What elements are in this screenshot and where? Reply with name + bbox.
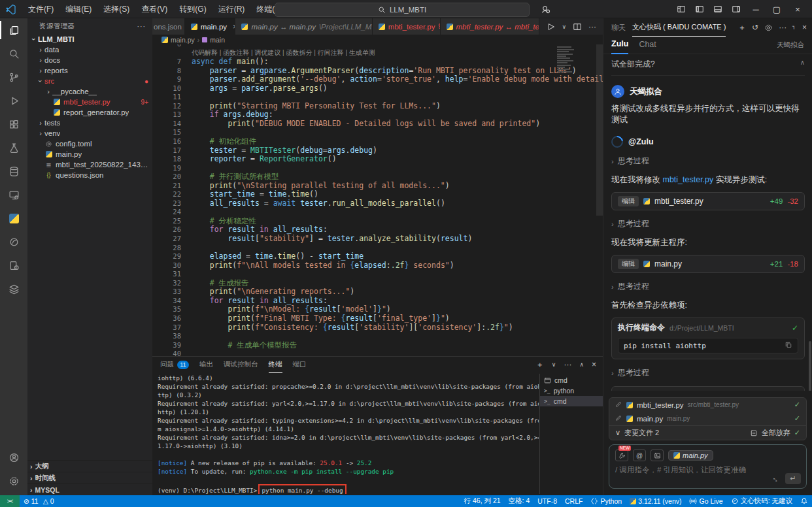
activity-search[interactable] [0,42,27,65]
assistant-icon[interactable] [537,2,553,16]
code-line[interactable]: 40 [152,350,603,356]
status-3-12-11--venv-[interactable]: 3.12.11 (venv) [626,497,685,505]
more-icon[interactable]: ··· [564,360,571,369]
code-line[interactable]: 29 elapsed = time.time() - start_time [152,252,603,261]
panel-tab-输出[interactable]: 输出 [199,357,213,372]
code-line[interactable]: 19 [152,164,603,173]
copy-icon[interactable] [785,341,792,351]
code-line[interactable]: 33 print("\nGenerating reports...") [152,287,603,297]
editor-scrollbar[interactable] [596,44,603,216]
mention-icon[interactable]: @ [633,450,646,461]
terminal-command-card[interactable]: 执行终端命令d:/Project/LLM_MBTI已跳过python main.… [611,386,805,391]
tab-comate-view[interactable]: 文心快码 ( BAIDU COMATE ) [632,18,726,37]
tree-item-tests[interactable]: ›tests [27,118,152,128]
code-line[interactable]: 9 parser.add_argument('--debug', action=… [152,75,603,84]
activity-source-control[interactable] [0,65,27,89]
code-line[interactable]: 18 reporter = ReportGenerator() [152,155,603,164]
code-editor[interactable]: 6代码解释 | 函数注释 | 调优建议 | 函数拆分 | 行间注释 | 生成单测… [152,44,603,356]
activity-layers[interactable] [0,277,27,301]
sidebar-more-icon[interactable]: ··· [137,22,146,30]
command-text[interactable]: pip install aiohttp [618,338,798,353]
menu-item-2[interactable]: 选择(S) [97,0,135,18]
status-bell[interactable] [796,497,812,505]
sidebar-section-时间线[interactable]: ›时间线 [27,472,152,483]
panel-tab-终端[interactable]: 终端 [269,357,282,373]
tab-chat[interactable]: Chat [639,37,656,54]
code-line[interactable]: 代码解释 | 函数注释 | 调优建议 | 函数拆分 | 行间注释 | 生成单测 [152,49,603,58]
terminal-instance-python-1[interactable]: >_python [540,385,603,396]
code-line[interactable]: 14 print("DEBUG MODE ENABLED - Detailed … [152,120,603,129]
chevron-down-icon[interactable]: ∨ [552,361,556,368]
activity-comate[interactable] [0,230,27,254]
tab-chat-view[interactable]: 聊天 [611,23,626,33]
remote-indicator[interactable]: >< [0,495,20,507]
status-CRLF[interactable]: CRLF [561,497,586,505]
menu-item-5[interactable]: 运行(R) [212,0,251,18]
menu-item-4[interactable]: 转到(G) [173,0,212,18]
send-button[interactable]: ↵ [785,473,801,484]
tab-zulu[interactable]: Zulu [611,36,628,54]
toggle-secondary-sidebar-icon[interactable] [728,2,744,16]
tools-icon[interactable]: NEW [615,450,628,461]
close-panel-icon[interactable]: × [592,360,596,369]
thinking-process-toggle[interactable]: ›思考过程 [611,218,805,229]
code-line[interactable]: 26 for result in all_results: [152,225,603,235]
editor-tab-3[interactable]: mbti_tester.py9+ [373,18,441,35]
code-line[interactable]: 37 print(f"Consistency: {result['stabili… [152,323,603,333]
code-line[interactable]: 22 start_time = time.time() [152,190,603,199]
activity-explorer[interactable] [0,18,27,42]
status----------[interactable]: 文心快码: 无建议 [727,497,796,506]
tree-item-LLM_MBTI[interactable]: ›LLM_MBTI [27,34,152,44]
panel-tab-问题[interactable]: 问题11 [160,357,189,372]
more-actions-icon[interactable]: ··· [588,22,596,31]
chevron-down-icon[interactable]: ∨ [615,429,620,437]
minimap[interactable] [557,46,575,73]
code-line[interactable]: 10 args = parser.parse_args() [152,84,603,93]
code-line[interactable]: 24 [152,208,603,217]
accept-check-icon[interactable]: ✓ [794,401,800,409]
code-line[interactable]: 15 [152,128,603,137]
code-line[interactable]: 12 print("Starting MBTI Personality Test… [152,102,603,111]
discard-all-button[interactable]: 全部放弃 [762,428,790,438]
history-icon[interactable]: ↺ [752,23,758,32]
expand-input-icon[interactable]: ↔ [770,472,782,484]
breadcrumb-file[interactable]: main.py [171,36,195,44]
changed-file-row[interactable]: main.pymain.py✓ [609,412,806,425]
terminal-instance-cmd-0[interactable]: cmd [540,375,603,385]
terminal-output[interactable]: iohttp) (6.6.4)Requirement already satis… [158,374,539,494]
breadcrumb[interactable]: main.py › main [152,35,603,44]
tree-item-mbti_tester.py[interactable]: mbti_tester.py9+ [27,97,152,107]
tree-item-data[interactable]: ›data [27,44,152,55]
close-icon[interactable]: × [802,23,807,32]
code-line[interactable]: 30 print(f"\nAll models tested in {elaps… [152,261,603,270]
code-line[interactable]: 21 print("\nStarting parallel testing of… [152,182,603,191]
accept-check-icon[interactable]: ✓ [794,414,800,423]
code-line[interactable]: 36 print(f"Final MBTI Type: {result['fin… [152,314,603,323]
activity-accounts[interactable] [0,446,27,469]
toggle-panel-icon[interactable] [710,2,726,16]
status-UTF-8[interactable]: UTF-8 [533,497,561,505]
code-line[interactable]: 25 # 分析稳定性 [152,217,603,226]
status-----4[interactable]: 空格: 4 [505,497,534,506]
activity-run-and-debug[interactable] [0,89,27,112]
file-link[interactable]: mbti_tester.py [662,175,713,184]
tree-item-src[interactable]: ›src● [27,76,152,86]
editor-tab-1[interactable]: main.py× [185,18,236,35]
image-icon[interactable] [651,450,664,461]
discard-icon[interactable] [750,429,758,437]
chevron-down-icon[interactable]: ∨ [562,24,566,30]
new-terminal-icon[interactable]: ＋ [536,359,544,370]
edit-file-card[interactable]: 编辑main.py+21-18 [611,255,805,273]
maximize-panel-icon[interactable]: ∧ [579,361,584,368]
code-line[interactable]: 7async def main(): [152,57,603,67]
code-line[interactable]: 11 [152,93,603,102]
context-file-chip[interactable]: main.py [668,450,713,461]
editor-tab-0[interactable]: ons.json [152,18,185,35]
activity-extensions[interactable] [0,112,27,136]
code-line[interactable]: 35 print(f"\nModel: {result['model']}") [152,305,603,314]
activity-code-runner[interactable] [0,254,27,277]
codelens-actions[interactable]: 代码解释 | 函数注释 | 调优建议 | 函数拆分 | 行间注释 | 生成单测 [192,49,375,57]
status-Python[interactable]: Python [586,497,626,505]
tree-item-main.py[interactable]: main.py [27,149,152,159]
new-chat-icon[interactable]: ＋ [738,22,746,33]
